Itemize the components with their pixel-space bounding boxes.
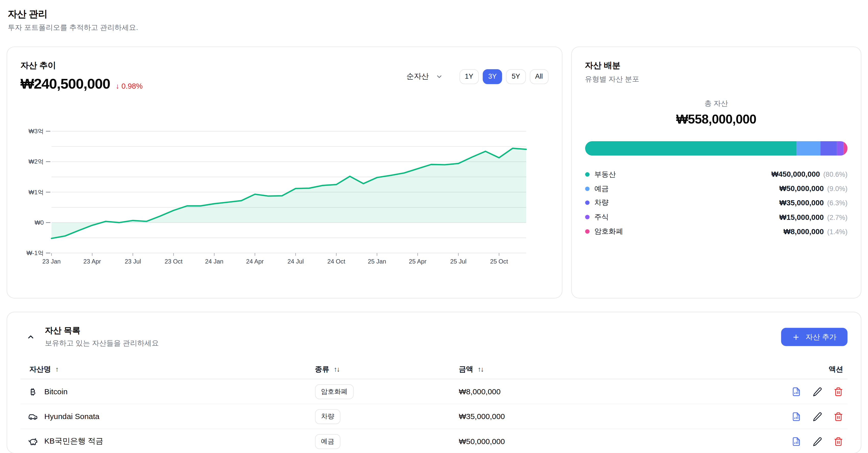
allocation-title: 자산 배분: [585, 60, 847, 71]
delete-button[interactable]: [834, 387, 843, 396]
bar-segment-부동산: [585, 141, 797, 155]
legend-label: 암호화폐: [594, 227, 623, 237]
x-axis-label: 24 Oct: [327, 258, 345, 265]
asset-type-badge: 암호화폐: [315, 384, 353, 399]
x-axis-label: 23 Oct: [165, 258, 183, 265]
legend-values: ₩35,000,000(6.3%): [779, 199, 847, 207]
page-subtitle: 투자 포트폴리오를 추적하고 관리하세요.: [8, 23, 860, 32]
down-arrow-icon: ↓: [116, 82, 120, 90]
range-button-3Y[interactable]: 3Y: [483, 69, 502, 84]
asset-actions-cell: [753, 412, 847, 421]
x-axis-label: 24 Jan: [205, 258, 223, 265]
collapse-button[interactable]: [25, 331, 36, 342]
legend-amount: ₩450,000,000: [771, 170, 820, 179]
legend-row: 주식₩15,000,000(2.7%): [585, 210, 847, 224]
x-axis-label: 25 Jan: [368, 258, 386, 265]
metric-select[interactable]: 순자산: [406, 71, 443, 82]
legend-percent: (80.6%): [823, 171, 847, 179]
legend-row: 부동산₩450,000,000(80.6%): [585, 167, 847, 182]
legend-amount: ₩35,000,000: [779, 199, 824, 207]
add-asset-button[interactable]: 자산 추가: [781, 328, 847, 346]
report-button[interactable]: [792, 437, 801, 446]
file-chart-icon: [792, 412, 801, 421]
chevron-down-icon: [436, 73, 443, 80]
legend-values: ₩450,000,000(80.6%): [771, 170, 847, 179]
legend-label: 부동산: [594, 169, 616, 179]
asset-list-card: 자산 목록 보유하고 있는 자산들을 관리하세요 자산 추가 자산명 ↑ 종류 …: [7, 312, 861, 453]
delete-button[interactable]: [834, 412, 843, 421]
y-axis-label: ₩3억: [29, 128, 44, 134]
asset-name-cell: Bitcoin: [21, 387, 315, 396]
column-header-actions: 액션: [753, 364, 847, 374]
asset-allocation-card: 자산 배분 유형별 자산 분포 총 자산 ₩558,000,000 부동산₩45…: [571, 47, 861, 299]
report-button[interactable]: [792, 412, 801, 421]
trend-change-badge: ↓ 0.98%: [116, 82, 143, 90]
allocation-subtitle: 유형별 자산 분포: [585, 74, 847, 84]
legend-percent: (1.4%): [827, 228, 847, 236]
legend-row: 차량₩35,000,000(6.3%): [585, 196, 847, 210]
x-axis-label: 24 Apr: [246, 258, 264, 265]
trend-title: 자산 추이: [21, 60, 143, 71]
range-button-All[interactable]: All: [529, 69, 548, 84]
report-button[interactable]: [792, 387, 801, 396]
sort-both-icon: ↑↓: [478, 365, 484, 373]
asset-type-badge: 예금: [315, 434, 340, 449]
x-axis-label: 23 Jul: [125, 258, 141, 265]
edit-button[interactable]: [813, 437, 822, 446]
asset-trend-card: 자산 추이 ₩240,500,000 ↓ 0.98% 순자산 1Y3Y5YAll: [7, 47, 562, 299]
x-axis-label: 23 Apr: [84, 258, 101, 265]
x-axis-label: 25 Oct: [490, 258, 508, 265]
asset-amount-cell: ₩35,000,000: [459, 412, 753, 421]
asset-table-header: 자산명 ↑ 종류 ↑↓ 금액 ↑↓ 액션: [21, 359, 847, 379]
asset-list-titles: 자산 목록 보유하고 있는 자산들을 관리하세요: [45, 326, 159, 348]
bitcoin-icon: [28, 387, 38, 396]
add-asset-button-label: 자산 추가: [806, 332, 837, 342]
sort-asc-icon: ↑: [55, 365, 58, 373]
asset-name: Hyundai Sonata: [44, 412, 99, 421]
delete-button[interactable]: [834, 437, 843, 446]
metric-select-value: 순자산: [406, 71, 429, 82]
legend-values: ₩50,000,000(9.0%): [779, 184, 847, 193]
range-button-5Y[interactable]: 5Y: [506, 69, 526, 84]
page-title: 자산 관리: [8, 9, 860, 20]
legend-amount: ₩50,000,000: [779, 184, 824, 193]
asset-actions-cell: [753, 387, 847, 396]
car-icon: [28, 412, 38, 421]
edit-button[interactable]: [813, 387, 822, 396]
asset-name-cell: KB국민은행 적금: [21, 436, 315, 446]
chart-svg: ₩3억₩2억₩1억₩0₩-1억23 Jan23 Apr23 Jul23 Oct2…: [21, 109, 530, 272]
y-axis-label: ₩1억: [29, 189, 44, 195]
y-axis-label: ₩2억: [29, 158, 44, 165]
table-row-Bitcoin: Bitcoin암호화폐₩8,000,000: [21, 379, 847, 404]
edit-button[interactable]: [813, 412, 822, 421]
legend-row: 암호화폐₩8,000,000(1.4%): [585, 224, 847, 239]
allocation-stacked-bar: [585, 141, 847, 155]
legend-values: ₩8,000,000(1.4%): [783, 227, 847, 236]
total-assets-value: ₩558,000,000: [585, 112, 847, 127]
bar-segment-예금: [797, 141, 820, 155]
total-assets-block: 총 자산 ₩558,000,000: [585, 98, 847, 127]
asset-type-cell: 암호화폐: [315, 384, 459, 399]
asset-management-page: 자산 관리 투자 포트폴리오를 추적하고 관리하세요. 자산 추이 ₩240,5…: [0, 0, 868, 453]
asset-name: KB국민은행 적금: [44, 436, 103, 446]
column-header-amount[interactable]: 금액 ↑↓: [459, 364, 753, 374]
column-header-name[interactable]: 자산명 ↑: [21, 364, 315, 374]
range-button-1Y[interactable]: 1Y: [459, 69, 479, 84]
x-axis-label: 24 Jul: [287, 258, 304, 265]
trend-value: ₩240,500,000: [21, 75, 110, 92]
pencil-icon: [813, 387, 822, 396]
legend-label: 예금: [594, 184, 609, 193]
file-chart-icon: [792, 437, 801, 446]
total-assets-label: 총 자산: [585, 98, 847, 109]
table-row-KB국민은행 적금: KB국민은행 적금예금₩50,000,000: [21, 429, 847, 453]
legend-percent: (2.7%): [827, 214, 847, 221]
trash-icon: [834, 412, 843, 421]
legend-dot-icon: [585, 172, 589, 177]
legend-dot-icon: [585, 201, 589, 205]
trend-value-row: ₩240,500,000 ↓ 0.98%: [21, 75, 143, 92]
asset-amount-cell: ₩8,000,000: [459, 387, 753, 396]
legend-dot-icon: [585, 229, 589, 234]
net-worth-area-chart: ₩3억₩2억₩1억₩0₩-1억23 Jan23 Apr23 Jul23 Oct2…: [21, 109, 548, 274]
x-axis-label: 23 Jan: [42, 258, 61, 265]
column-header-type[interactable]: 종류 ↑↓: [315, 364, 459, 374]
